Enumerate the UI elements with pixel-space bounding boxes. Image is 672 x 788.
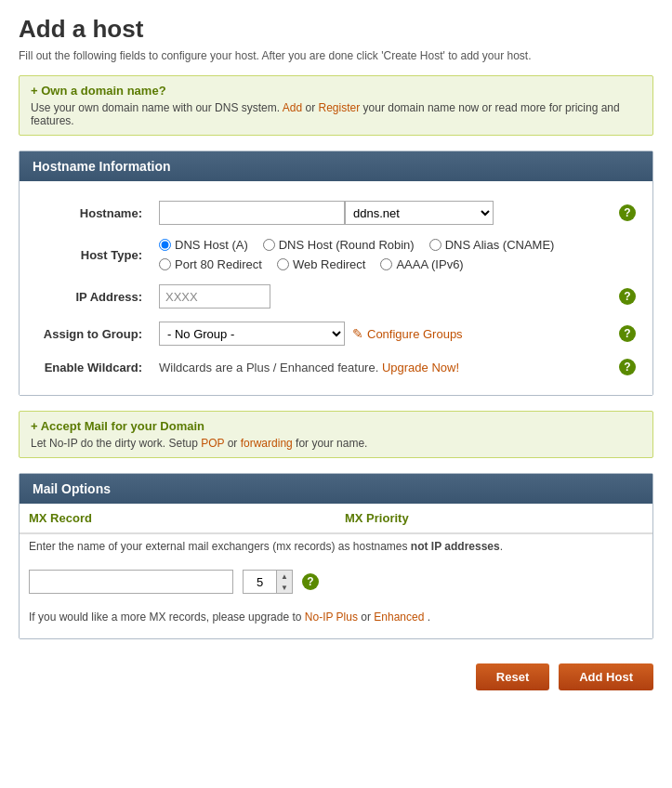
hostname-panel: Hostname Information Hostname: ddns.net …	[19, 151, 653, 396]
wildcard-label: Enable Wildcard:	[29, 352, 150, 382]
radio-input-dns-host-rr[interactable]	[263, 239, 275, 251]
group-help-icon[interactable]: ?	[619, 325, 636, 342]
radio-web-redirect[interactable]: Web Redirect	[277, 257, 366, 271]
wildcard-help-icon[interactable]: ?	[619, 359, 636, 375]
radio-label-dns-host-a: DNS Host (A)	[175, 238, 248, 252]
hostname-panel-header: Hostname Information	[20, 151, 652, 181]
ip-help-icon[interactable]: ?	[619, 288, 636, 305]
mail-info-title: Accept Mail for your Domain	[31, 419, 641, 433]
pop-link[interactable]: POP	[201, 437, 224, 450]
mail-header-row: MX Record MX Priority	[20, 504, 652, 534]
host-type-input-cell: DNS Host (A) DNS Host (Round Robin) DNS …	[150, 231, 612, 278]
radio-dns-host-a[interactable]: DNS Host (A)	[159, 238, 248, 252]
mx-priority-header: MX Priority	[336, 504, 418, 532]
radio-label-port80: Port 80 Redirect	[175, 257, 262, 271]
hostname-help-cell: ?	[612, 194, 643, 231]
group-select[interactable]: - No Group -	[159, 322, 345, 346]
page-subtitle: Fill out the following fields to configu…	[19, 49, 653, 62]
domain-select[interactable]: ddns.net no-ip.com no-ip.org	[345, 201, 494, 225]
mx-record-input[interactable]	[29, 570, 233, 594]
add-host-button[interactable]: Add Host	[559, 663, 653, 690]
ip-help-cell: ?	[612, 278, 643, 315]
radio-input-dns-alias[interactable]	[429, 239, 441, 251]
mx-priority-up-arrow[interactable]: ▲	[277, 571, 292, 582]
mail-description: Enter the name of your external mail exc…	[20, 534, 652, 558]
mail-info-text: Let No-IP do the dirty work. Setup POP o…	[31, 437, 641, 450]
register-domain-link[interactable]: Register	[319, 101, 361, 114]
mx-priority-down-arrow[interactable]: ▼	[277, 582, 292, 593]
hostname-row: Hostname: ddns.net no-ip.com no-ip.org	[29, 194, 643, 231]
wildcard-help-cell: ?	[612, 352, 643, 382]
hostname-input-cell: ddns.net no-ip.com no-ip.org	[150, 194, 612, 231]
host-type-label: Host Type:	[29, 231, 150, 278]
ip-address-label: IP Address:	[29, 278, 150, 315]
mail-panel-header: Mail Options	[20, 474, 652, 504]
wildcard-row: Enable Wildcard: Wildcards are a Plus / …	[29, 352, 643, 382]
wildcard-input-cell: Wildcards are a Plus / Enhanced feature.…	[150, 352, 612, 382]
hostname-label: Hostname:	[29, 194, 150, 231]
mx-help-icon[interactable]: ?	[302, 573, 319, 590]
radio-input-web-redirect[interactable]	[277, 258, 289, 270]
configure-groups-edit-icon: ✎	[352, 326, 363, 341]
footer-buttons: Reset Add Host	[19, 654, 653, 696]
upgrade-text: If you would like a more MX records, ple…	[20, 605, 652, 629]
assign-group-row: Assign to Group: - No Group - ✎ Configur…	[29, 315, 643, 352]
radio-label-dns-host-rr: DNS Host (Round Robin)	[279, 238, 415, 252]
page-title: Add a host	[19, 15, 653, 44]
mx-record-header: MX Record	[20, 504, 336, 532]
forwarding-link[interactable]: forwarding	[241, 437, 293, 450]
radio-label-dns-alias: DNS Alias (CNAME)	[445, 238, 555, 252]
domain-info-text: Use your own domain name with our DNS sy…	[31, 101, 641, 127]
domain-info-title: Own a domain name?	[31, 84, 641, 98]
radio-input-port80[interactable]	[159, 258, 171, 270]
configure-groups-text: Configure Groups	[367, 327, 463, 341]
radio-label-web-redirect: Web Redirect	[293, 257, 366, 271]
radio-aaaa[interactable]: AAAA (IPv6)	[380, 257, 463, 271]
host-type-radio-group-row1: DNS Host (A) DNS Host (Round Robin) DNS …	[159, 238, 604, 252]
radio-port80[interactable]: Port 80 Redirect	[159, 257, 262, 271]
configure-groups-link[interactable]: ✎ Configure Groups	[352, 326, 463, 341]
group-help-cell: ?	[612, 315, 643, 352]
ip-address-row: IP Address: ?	[29, 278, 643, 315]
radio-label-aaaa: AAAA (IPv6)	[396, 257, 463, 271]
radio-input-aaaa[interactable]	[380, 258, 392, 270]
enhanced-link[interactable]: Enhanced	[374, 611, 424, 624]
host-type-radio-group-row2: Port 80 Redirect Web Redirect AAAA (IPv6…	[159, 257, 604, 271]
host-type-row: Host Type: DNS Host (A) DNS Host (Round …	[29, 231, 643, 278]
wildcard-text: Wildcards are a Plus / Enhanced feature.…	[159, 361, 459, 374]
mail-panel: Mail Options MX Record MX Priority Enter…	[19, 473, 653, 639]
upgrade-now-link[interactable]: Upgrade Now!	[382, 361, 459, 374]
mx-priority-arrows: ▲ ▼	[276, 570, 293, 594]
add-domain-link[interactable]: Add	[283, 101, 302, 114]
radio-dns-alias[interactable]: DNS Alias (CNAME)	[429, 238, 555, 252]
ip-address-input[interactable]	[159, 284, 270, 309]
noip-plus-link[interactable]: No-IP Plus	[305, 611, 358, 624]
assign-group-input-cell: - No Group - ✎ Configure Groups	[150, 315, 612, 352]
reset-button[interactable]: Reset	[476, 663, 549, 690]
domain-info-box: Own a domain name? Use your own domain n…	[19, 75, 653, 136]
mx-priority-wrapper: ▲ ▼	[243, 570, 293, 594]
assign-group-label: Assign to Group:	[29, 315, 150, 352]
ip-address-input-cell	[150, 278, 612, 315]
host-type-help-cell	[612, 231, 643, 278]
hostname-input[interactable]	[159, 201, 345, 225]
mail-info-box: Accept Mail for your Domain Let No-IP do…	[19, 411, 653, 458]
radio-input-dns-host-a[interactable]	[159, 239, 171, 251]
mail-description-bold: not IP addresses	[408, 540, 500, 553]
radio-dns-host-rr[interactable]: DNS Host (Round Robin)	[263, 238, 415, 252]
mx-priority-input[interactable]	[243, 570, 276, 594]
mx-input-row: ▲ ▼ ?	[20, 566, 652, 598]
hostname-help-icon[interactable]: ?	[619, 204, 636, 221]
hostname-form-table: Hostname: ddns.net no-ip.com no-ip.org	[29, 194, 643, 382]
